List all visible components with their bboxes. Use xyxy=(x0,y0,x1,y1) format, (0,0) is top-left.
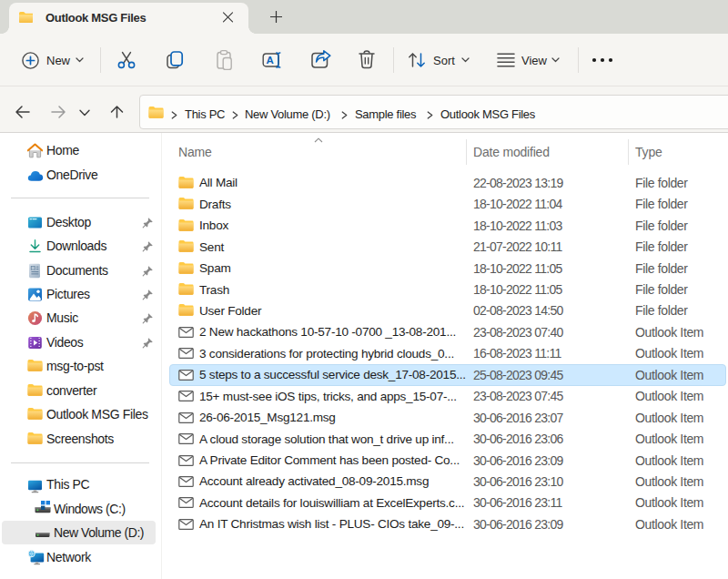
svg-text:A: A xyxy=(267,55,274,66)
